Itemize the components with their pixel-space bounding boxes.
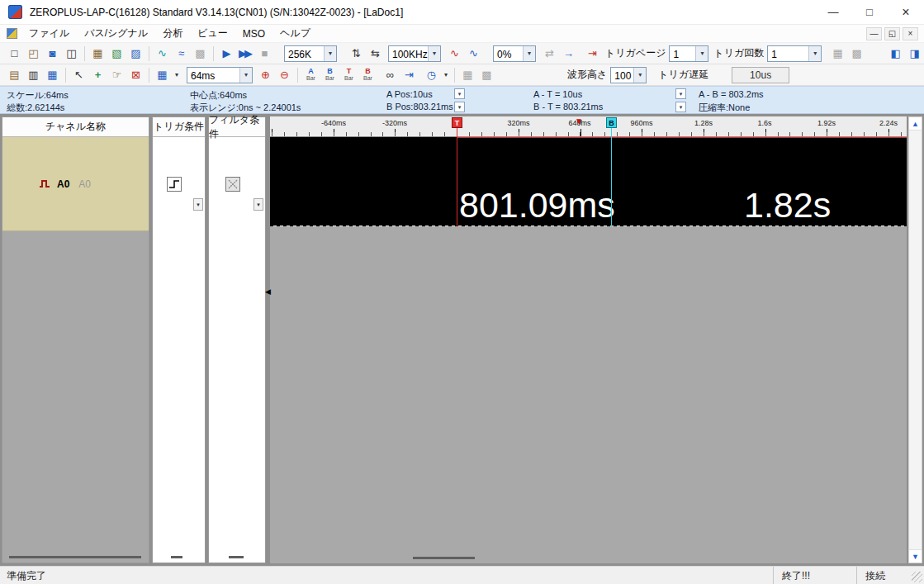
panel-right-button[interactable]: ◨ — [905, 45, 924, 63]
filter-condition-cell[interactable]: ▾ — [209, 137, 265, 231]
trigger-edge-box[interactable] — [167, 177, 182, 192]
time-div-select[interactable]: 64ms ▾ — [187, 67, 253, 83]
memory-page-button[interactable]: ▩ — [191, 45, 210, 63]
stop-button[interactable]: ■ — [255, 45, 274, 63]
repeat-run-button[interactable]: ▶▶ — [236, 45, 255, 63]
filter-pattern-box[interactable] — [225, 177, 240, 192]
waveform-hscrollbar[interactable] — [413, 557, 475, 559]
chevron-down-icon[interactable]: ▾ — [428, 46, 440, 61]
chevron-down-icon[interactable]: ▾ — [523, 46, 535, 61]
panel-left-button[interactable]: ◧ — [886, 45, 905, 63]
trigger-dropdown-button[interactable]: ▾ — [193, 198, 203, 211]
t-bar-button[interactable]: T Bar — [339, 66, 358, 84]
clock-button[interactable]: ◷ — [422, 66, 441, 84]
signal-property-button[interactable]: ▧ — [107, 45, 126, 63]
search-button[interactable]: ∞ — [381, 66, 400, 84]
decoder-button[interactable]: ≈ — [172, 45, 191, 63]
a-pos-dropdown-button[interactable]: ▾ — [454, 88, 465, 99]
zoom-out-button[interactable]: ⊖ — [275, 66, 294, 84]
insert-signal-button[interactable]: + — [88, 66, 107, 84]
maximize-button[interactable]: □ — [851, 0, 888, 24]
sample-rate-select[interactable]: 100KHz ▾ — [388, 45, 441, 62]
chevron-down-icon[interactable]: ▾ — [633, 68, 646, 83]
run-button[interactable]: ▶ — [217, 45, 236, 63]
resize-grip-icon[interactable] — [912, 572, 922, 582]
waveform-view-button[interactable]: ▤ — [5, 66, 24, 84]
a-bar-button[interactable]: A Bar — [301, 66, 320, 84]
bus-property-button[interactable]: ▦ — [88, 45, 107, 63]
t-bar-marker[interactable]: T — [452, 117, 462, 128]
trigger-page-select[interactable]: 1 ▾ — [669, 45, 708, 62]
red-wave-button[interactable]: ∿ — [445, 45, 464, 63]
sampling-freq-button[interactable]: ⇅ — [347, 45, 366, 63]
menu-analysis[interactable]: 分析 — [155, 25, 190, 42]
zoom-area-button[interactable]: ⊠ — [126, 66, 145, 84]
waveform-display[interactable]: 801.09ms 1.82s — [270, 137, 907, 226]
group-bus-button[interactable]: ▨ — [126, 45, 145, 63]
menu-mso[interactable]: MSO — [235, 25, 272, 42]
mdi-restore-button[interactable]: ◱ — [884, 27, 900, 40]
chevron-down-icon[interactable]: ▾ — [324, 46, 336, 61]
chevron-down-icon[interactable]: ▾ — [695, 46, 708, 61]
module-stack-button[interactable]: ▦ — [828, 45, 847, 63]
mdi-minimize-button[interactable]: — — [866, 27, 882, 40]
trigger-counter-button[interactable]: ⇄ — [540, 45, 559, 63]
b-bar-cursor-line[interactable] — [611, 128, 612, 226]
sample-depth-select[interactable]: 256K ▾ — [284, 45, 337, 62]
close-button[interactable]: × — [888, 0, 924, 24]
time-ruler[interactable]: -640ms -320ms 320ms 640ms 960ms 1.28s 1.… — [270, 116, 907, 137]
wave-height-select[interactable]: 100 ▾ — [610, 67, 647, 83]
collapse-panel-button[interactable]: ◀ — [265, 287, 271, 296]
trigger-page-button[interactable]: ⇥ — [583, 45, 602, 63]
display-mode-button[interactable]: ▦ — [153, 66, 172, 84]
zoom-in-button[interactable]: ⊕ — [256, 66, 275, 84]
b-bar-button[interactable]: B Bar — [320, 66, 339, 84]
bus-expand-button[interactable]: ▦ — [458, 66, 477, 84]
trigger-delay-field[interactable]: 10us — [732, 67, 789, 83]
trigger-hscrollbar[interactable] — [171, 556, 182, 558]
analyzer-button[interactable]: ∿ — [153, 45, 172, 63]
grid-view-button[interactable]: ▦ — [43, 66, 62, 84]
b-pos-dropdown-button[interactable]: ▾ — [454, 102, 465, 112]
b-t-dropdown-button[interactable]: ▾ — [675, 102, 686, 112]
channel-row-a0[interactable]: A0 A0 — [2, 137, 149, 231]
goto-trigger-button[interactable]: → — [559, 45, 578, 63]
menu-bus-signal[interactable]: バス/シグナル — [77, 25, 155, 42]
menu-file[interactable]: ファイル — [21, 25, 77, 42]
blue-wave-button[interactable]: ∿ — [464, 45, 483, 63]
pointer-button[interactable]: ↖ — [69, 66, 88, 84]
menu-view[interactable]: ビュー — [190, 25, 235, 42]
a-t-dropdown-button[interactable]: ▾ — [675, 88, 686, 99]
trigger-count-select[interactable]: 1 ▾ — [767, 45, 822, 62]
hand-button[interactable]: ☞ — [107, 66, 126, 84]
minimize-button[interactable]: — — [815, 0, 851, 24]
new-file-button[interactable]: □ — [5, 45, 24, 63]
open-file-button[interactable]: ◰ — [24, 45, 43, 63]
clock-arrow-button[interactable]: ▾ — [441, 66, 451, 84]
module-compress-button[interactable]: ▩ — [847, 45, 866, 63]
mdi-close-button[interactable]: × — [903, 27, 918, 40]
display-mode-arrow-button[interactable]: ▾ — [172, 66, 182, 84]
print-button[interactable]: ◫ — [62, 45, 81, 63]
vertical-scrollbar[interactable]: ▲ ▼ — [908, 116, 922, 563]
trigger-count-label: トリガ回数 — [713, 46, 764, 60]
channel-hscrollbar[interactable] — [9, 556, 141, 558]
save-button[interactable]: ◙ — [43, 45, 62, 63]
filter-dropdown-button[interactable]: ▾ — [254, 198, 263, 211]
trigger-level-select[interactable]: 0% ▾ — [493, 45, 536, 62]
channel-pane-header: チャネル名称 — [2, 117, 149, 137]
chevron-down-icon[interactable]: ▾ — [808, 46, 821, 61]
trigger-condition-cell[interactable]: ▾ — [153, 137, 205, 231]
menu-help[interactable]: ヘルプ — [272, 25, 318, 42]
chevron-down-icon[interactable]: ▾ — [239, 68, 252, 83]
scroll-up-button[interactable]: ▲ — [909, 117, 922, 131]
bus-collapse-button[interactable]: ▩ — [477, 66, 496, 84]
scroll-down-button[interactable]: ▼ — [909, 549, 922, 563]
sampling-mode-button[interactable]: ⇆ — [366, 45, 385, 63]
filter-hscrollbar[interactable] — [229, 556, 244, 558]
b-bar-marker[interactable]: B — [606, 117, 617, 128]
state-view-button[interactable]: ▥ — [24, 66, 43, 84]
a-bar-cursor-line[interactable] — [457, 128, 457, 226]
all-bar-button[interactable]: B Bar — [358, 66, 377, 84]
next-edge-button[interactable]: ⇥ — [400, 66, 419, 84]
